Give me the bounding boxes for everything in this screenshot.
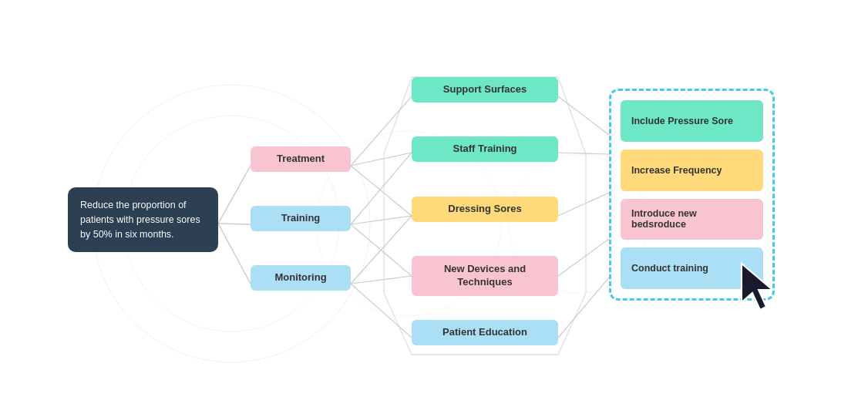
svg-line-10 [351,153,412,224]
detail-introduce-beds[interactable]: Introduce new bedsroduce [621,199,763,240]
goal-box: Reduce the proportion of patients with p… [68,187,218,252]
svg-line-13 [351,216,412,284]
svg-line-18 [558,193,609,216]
node-patient-education[interactable]: Patient Education [412,320,558,345]
node-support-surfaces[interactable]: Support Surfaces [412,77,558,103]
detail-include-pressure[interactable]: Include Pressure Sore [621,100,763,142]
svg-line-6 [218,224,251,284]
svg-line-4 [218,166,251,224]
diagram-container: Reduce the proportion of patients with p… [0,0,868,407]
svg-line-9 [351,166,412,216]
svg-line-14 [351,276,412,284]
svg-line-8 [351,153,412,166]
svg-line-11 [351,216,412,224]
svg-line-17 [558,153,609,154]
detail-increase-frequency[interactable]: Increase Frequency [621,150,763,191]
detail-conduct-training[interactable]: Conduct training [621,247,763,289]
node-monitoring[interactable]: Monitoring [251,265,351,291]
svg-line-7 [351,96,412,166]
detail-panel: Include Pressure Sore Increase Frequency… [609,89,775,301]
node-dressing-sores[interactable]: Dressing Sores [412,197,558,222]
svg-line-20 [558,278,609,338]
node-new-devices[interactable]: New Devices and Techniques [412,256,558,296]
node-training[interactable]: Training [251,206,351,231]
svg-line-16 [558,96,609,135]
node-treatment[interactable]: Treatment [251,146,351,172]
node-staff-training[interactable]: Staff Training [412,136,558,162]
svg-line-12 [351,224,412,276]
goal-text: Reduce the proportion of patients with p… [80,200,200,240]
svg-line-19 [558,239,609,276]
svg-line-5 [218,224,251,224]
svg-line-15 [351,284,412,338]
